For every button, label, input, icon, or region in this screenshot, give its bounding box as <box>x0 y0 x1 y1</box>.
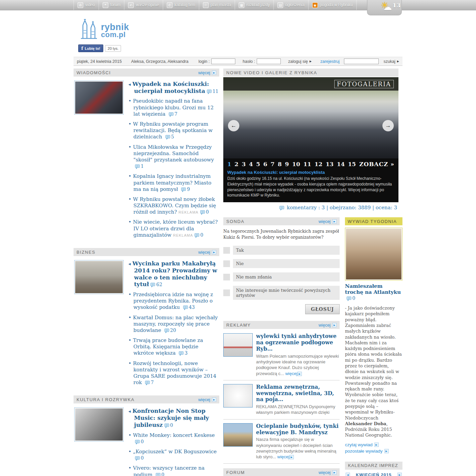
ad-thumbnail[interactable] <box>223 333 253 357</box>
interview-person-name: Aleksander Doba <box>345 421 386 426</box>
topbar-item-video[interactable]: video <box>74 0 99 10</box>
topbar-item-ogloszenia[interactable]: ogłoszenia <box>274 0 308 10</box>
gallery-page-number[interactable]: 1 <box>227 161 231 167</box>
news-link[interactable]: Ulica Mikołowska w Przegędzy nieprzejezd… <box>133 144 214 163</box>
comment-count: 11 <box>213 89 219 94</box>
news-link[interactable]: Kopalnia Ignacy industrialnym parkiem te… <box>133 173 212 192</box>
poll-option-label[interactable]: Nie mam zdania <box>233 272 340 281</box>
gallery-page-number[interactable]: 5 <box>256 161 260 167</box>
ad-more-link[interactable]: więcej <box>277 454 289 459</box>
news-link[interactable]: Trwają prace budowlane za Orbitą. Księga… <box>133 337 203 356</box>
interview-title-link[interactable]: Namieszałem trochę na Atlantyku <box>345 283 401 295</box>
news-link[interactable]: „Kopciuszek” w DK Boguszowice <box>133 449 217 455</box>
site-logo[interactable]: rybnik com.pl <box>78 19 402 40</box>
facebook-icon: f <box>81 46 83 51</box>
more-link[interactable]: więcej <box>319 470 337 475</box>
arrow-right-icon <box>332 470 337 475</box>
gallery-comments[interactable]: komentarzy : 3 <box>287 205 325 211</box>
section-thumbnail[interactable] <box>74 407 124 442</box>
poll-radio[interactable] <box>223 274 230 280</box>
more-link[interactable]: więcej <box>198 397 216 402</box>
calendar-month-label[interactable]: KWIECIEŃ 2015 <box>356 473 392 476</box>
news-link[interactable]: Przedsiębiorca idzie na wojnę z prezyden… <box>133 291 213 310</box>
gallery-page-number[interactable]: 13 <box>326 161 334 167</box>
more-link[interactable]: więcej <box>319 323 337 328</box>
see-all-link[interactable]: ZOBACZ » <box>359 161 394 167</box>
ad-thumbnail[interactable] <box>223 384 253 407</box>
ads-section: REKLAMY więcej wylewki tynki anhydrytowe… <box>223 321 340 464</box>
news-link[interactable]: White Monkey: koncert Keskese <box>133 432 215 438</box>
section-thumbnail[interactable] <box>74 260 124 294</box>
comment-icon <box>165 135 170 138</box>
search-input[interactable] <box>344 58 379 64</box>
news-list-item: Przedsiębiorca idzie na wojnę z prezyden… <box>128 291 219 311</box>
more-link[interactable]: więcej <box>198 250 216 255</box>
ad-title-link[interactable]: Reklama zewnętrzna, wewnętrzna, swietlna… <box>256 384 340 403</box>
more-link[interactable]: więcej <box>198 70 216 75</box>
lead-link[interactable]: Wypadek na Kościuszki: ucierpiał motocyk… <box>132 81 209 94</box>
interview-photo[interactable] <box>345 228 402 280</box>
poll-option-label[interactable]: Nie interesuje mnie twórczość powyższych… <box>233 286 340 300</box>
section-thumbnail[interactable] <box>74 81 124 115</box>
gallery-page-number[interactable]: 11 <box>303 161 311 167</box>
login-bar: piątek, 24 kwietnia 2015 Aleksa, Grzegor… <box>74 57 402 66</box>
vote-button[interactable]: GŁOSUJ <box>305 304 340 314</box>
register-link[interactable]: zarejestruj <box>320 59 340 64</box>
topbar-item-katalog-firm[interactable]: katalog firm <box>163 0 199 10</box>
gallery-caption-title[interactable]: Wypadek na Kościuszki: ucierpiał motocyk… <box>227 170 394 175</box>
login-input[interactable] <box>211 58 235 64</box>
read-interview-link[interactable]: czytaj wywiad <box>345 442 402 447</box>
news-link[interactable]: Vivero: wszyscy tancerze na podium <box>133 465 205 476</box>
gallery-page-number[interactable]: 9 <box>285 161 289 167</box>
gallery-page-number[interactable]: 7 <box>270 161 274 167</box>
topbar-item-forum[interactable]: forum <box>99 0 125 10</box>
topbar-item-pogoda[interactable]: pogoda w Rybniku <box>309 0 357 10</box>
arrow-right-icon <box>384 449 389 453</box>
more-link[interactable]: więcej <box>319 219 337 224</box>
gallery-page-number[interactable]: 2 <box>235 161 239 167</box>
facebook-like-row: fLubię to! 20 tys. <box>78 44 402 52</box>
topbar-item-plan-miasta[interactable]: plan miasta <box>199 0 235 10</box>
gallery-page-number[interactable]: 3 <box>242 161 246 167</box>
gallery-page-number[interactable]: 6 <box>263 161 267 167</box>
poll-radio[interactable] <box>223 260 230 267</box>
login-button[interactable]: zaloguj się▶ <box>288 59 312 64</box>
comment-icon <box>200 210 205 214</box>
ad-title-link[interactable]: Ocieplanie budynków, tynki elewacyjne B.… <box>256 423 340 436</box>
comment-count: 0 <box>141 439 144 444</box>
search-button[interactable]: szukaj▶ <box>383 59 399 64</box>
gallery-next-button[interactable] <box>382 120 394 131</box>
news-list-item: Kopalnia Ignacy industrialnym parkiem te… <box>128 173 219 193</box>
weather-widget[interactable]: ☀ ☁ 13 <box>381 0 400 10</box>
gallery-page-number[interactable]: 12 <box>315 161 323 167</box>
topbar-item-rozklad-jazdy[interactable]: rozkład jazdy <box>235 0 274 10</box>
gallery-page-number[interactable]: 8 <box>278 161 282 167</box>
password-input[interactable] <box>257 58 281 64</box>
fb-like-button[interactable]: fLubię to! <box>78 44 103 52</box>
calendar-next-month-button[interactable] <box>397 473 402 476</box>
comment-icon <box>347 296 351 300</box>
poll-option-label[interactable]: Nie <box>233 259 340 268</box>
gallery-page-number[interactable]: 4 <box>249 161 253 167</box>
news-list-item: Ulica Mikołowska w Przegędzy nieprzejezd… <box>128 144 219 170</box>
section-header: KULTURA I ROZRYWKA więcej <box>74 395 219 403</box>
arrow-right-icon <box>212 397 216 402</box>
interview-excerpt: - Ja jako doświadczony kajakarz popełnił… <box>345 305 402 438</box>
gallery-page-number[interactable]: 14 <box>337 161 345 167</box>
poll-option-label[interactable]: Tak <box>233 246 340 255</box>
ad-more-link[interactable]: więcej <box>285 371 297 376</box>
poll-option: Nie <box>223 259 340 268</box>
poll-radio[interactable] <box>223 247 230 254</box>
gallery-page-number[interactable]: 15 <box>348 161 356 167</box>
topbar-item-wasze-opinie[interactable]: wasze opinie <box>124 0 163 10</box>
other-interviews-link[interactable]: pozostałe wywiady <box>345 449 402 454</box>
forum-header: FORUM więcej <box>223 468 340 476</box>
gallery-photo[interactable]: FOTOGALERIA <box>223 77 398 158</box>
calendar-prev-month-button[interactable] <box>346 473 350 476</box>
gallery-prev-button[interactable] <box>228 120 239 131</box>
lead-link[interactable]: Wycinka parku Makabryłą 2014 roku? Prowa… <box>132 260 217 287</box>
ad-title-link[interactable]: wylewki tynki anhydrytowe na ogrzewanie … <box>256 333 340 352</box>
gallery-page-number[interactable]: 10 <box>292 161 300 167</box>
ad-thumbnail[interactable] <box>223 423 253 447</box>
poll-radio[interactable] <box>223 289 230 296</box>
